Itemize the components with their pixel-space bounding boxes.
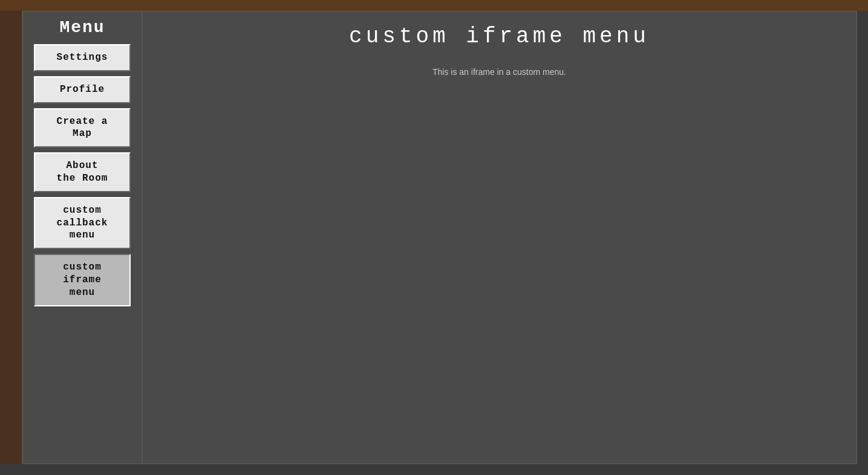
custom-iframe-menu-button[interactable]: customiframemenu — [34, 254, 131, 306]
about-the-room-button[interactable]: Aboutthe Room — [34, 152, 131, 192]
sidebar-title: Menu — [59, 18, 105, 37]
settings-button[interactable]: Settings — [34, 44, 131, 71]
right-edge-decoration — [857, 11, 868, 464]
content-body-text: This is an iframe in a custom menu. — [155, 67, 844, 77]
content-area: custom iframe menu This is an iframe in … — [143, 11, 857, 464]
content-title: custom iframe menu — [155, 24, 844, 49]
bottom-decoration-bar — [0, 464, 868, 475]
top-decoration-bar — [0, 0, 868, 11]
profile-button[interactable]: Profile — [34, 76, 131, 103]
main-overlay: Menu Settings Profile Create aMap Aboutt… — [22, 11, 857, 464]
custom-callback-menu-button[interactable]: customcallbackmenu — [34, 197, 131, 249]
sidebar: Menu Settings Profile Create aMap Aboutt… — [22, 11, 143, 464]
create-a-map-button[interactable]: Create aMap — [34, 108, 131, 148]
left-edge-decoration — [0, 11, 22, 464]
